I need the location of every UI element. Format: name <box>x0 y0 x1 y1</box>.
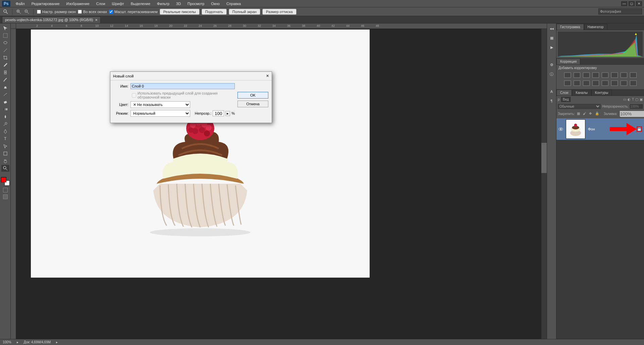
threshold-icon[interactable] <box>611 80 618 86</box>
window-close-button[interactable]: ✕ <box>636 1 642 6</box>
exposure-icon[interactable] <box>592 72 599 78</box>
opacity-flyout-button[interactable]: ▸ <box>225 111 230 116</box>
lock-image-icon[interactable]: 🖌 <box>583 112 588 116</box>
clone-stamp-tool[interactable] <box>1 84 9 91</box>
menu-filter[interactable]: Фильтр <box>154 1 173 7</box>
menu-edit[interactable]: Редактирование <box>28 1 63 7</box>
paragraph-panel-icon[interactable]: ¶ <box>549 98 555 104</box>
ok-button[interactable]: OK <box>237 92 268 99</box>
lock-position-icon[interactable]: ✥ <box>589 112 594 116</box>
type-tool[interactable]: T <box>1 135 9 142</box>
dodge-tool[interactable] <box>1 121 9 127</box>
tab-channels[interactable]: Каналы <box>572 90 591 96</box>
zoom-in-icon[interactable] <box>16 9 22 15</box>
window-maximize-button[interactable]: ◻ <box>629 1 635 6</box>
layer-lock-icon[interactable] <box>637 126 642 132</box>
layer-visibility-icon[interactable] <box>558 127 563 131</box>
layer-color-select[interactable]: ✕ Не показывать <box>130 101 190 108</box>
expand-dock-icon[interactable]: ◂◂ <box>549 25 555 32</box>
lock-transparency-icon[interactable]: ▦ <box>577 112 582 116</box>
color-lookup-icon[interactable] <box>583 80 590 86</box>
filter-adjust-icon[interactable]: ◐ <box>628 98 631 101</box>
screen-mode-toggle[interactable] <box>3 194 8 199</box>
close-icon[interactable]: ✕ <box>95 18 98 22</box>
vertical-scrollbar[interactable] <box>541 29 547 339</box>
brush-tool[interactable] <box>1 76 9 83</box>
dialog-close-button[interactable]: ✕ <box>266 74 269 78</box>
path-selection-tool[interactable] <box>1 143 9 150</box>
photo-filter-icon[interactable] <box>564 80 571 86</box>
layer-thumbnail[interactable] <box>566 119 585 139</box>
zoom-out-icon[interactable] <box>24 9 30 15</box>
search-input[interactable]: Фотография <box>598 8 642 14</box>
layer-name-input[interactable] <box>130 83 235 89</box>
chevron-right-icon[interactable]: ▸ <box>17 340 18 344</box>
black-white-icon[interactable] <box>630 72 637 78</box>
marquee-tool[interactable] <box>1 32 9 39</box>
properties-panel-icon[interactable]: ⚙ <box>549 62 555 68</box>
menu-file[interactable]: Файл <box>12 1 28 7</box>
color-balance-icon[interactable] <box>621 72 627 78</box>
menu-3d[interactable]: 3D <box>173 1 184 7</box>
menu-view[interactable]: Просмотр <box>184 1 208 7</box>
info-panel-icon[interactable]: ⓘ <box>549 71 555 77</box>
resize-windows-checkbox[interactable]: Настр. размер окон <box>37 10 76 14</box>
shape-tool[interactable] <box>1 150 9 157</box>
zoom-tool[interactable] <box>1 165 9 172</box>
menu-layers[interactable]: Слои <box>93 1 109 7</box>
pen-tool[interactable] <box>1 128 9 135</box>
layer-filter-kind[interactable]: Вид <box>561 97 571 102</box>
history-brush-tool[interactable] <box>1 91 9 98</box>
gradient-map-icon[interactable] <box>621 80 627 86</box>
opacity-input[interactable] <box>213 110 224 116</box>
menu-type[interactable]: Шрифт <box>109 1 127 7</box>
vibrance-icon[interactable] <box>602 72 608 78</box>
curves-icon[interactable] <box>583 72 590 78</box>
tab-layers[interactable]: Слои <box>556 90 572 96</box>
foreground-color-swatch[interactable] <box>1 177 6 182</box>
gradient-tool[interactable] <box>1 106 9 113</box>
posterize-icon[interactable] <box>602 80 608 86</box>
zoom-level[interactable]: 100% <box>3 340 11 344</box>
magic-wand-tool[interactable] <box>1 47 9 54</box>
print-size-button[interactable]: Размер оттиска <box>262 9 297 15</box>
tab-navigator[interactable]: Навигатор <box>584 24 607 30</box>
color-swatches[interactable] <box>1 177 10 186</box>
brightness-contrast-icon[interactable] <box>564 72 571 78</box>
layer-row-background[interactable]: Фон <box>556 118 644 140</box>
healing-brush-tool[interactable] <box>1 69 9 76</box>
menu-image[interactable]: Изображение <box>63 1 93 7</box>
chevron-right-icon[interactable]: ▸ <box>56 340 58 344</box>
filter-type-icon[interactable]: T <box>632 98 634 101</box>
move-tool[interactable] <box>1 25 9 32</box>
fit-screen-button[interactable]: Подогнать <box>202 9 227 15</box>
blur-tool[interactable] <box>1 113 9 120</box>
scrubby-zoom-checkbox[interactable]: Масшт. перетаскиванием <box>109 10 158 14</box>
filter-smart-icon[interactable]: ▣ <box>640 98 643 101</box>
menu-help[interactable]: Справка <box>223 1 244 7</box>
eyedropper-tool[interactable] <box>1 62 9 68</box>
invert-icon[interactable] <box>592 80 599 86</box>
channel-mixer-icon[interactable] <box>574 80 580 86</box>
lock-all-icon[interactable]: 🔒 <box>595 112 600 116</box>
character-panel-icon[interactable]: A <box>549 89 555 95</box>
hue-saturation-icon[interactable] <box>611 72 618 78</box>
actual-pixels-button[interactable]: Реальные пикселы <box>160 9 200 15</box>
blend-mode-select[interactable]: Нормальный <box>130 110 190 117</box>
crop-tool[interactable] <box>1 54 9 61</box>
filter-shape-icon[interactable]: ▢ <box>635 98 638 101</box>
document-tab[interactable]: pexels-vojtech-okenka-1055272.jpg @ 100%… <box>2 16 101 23</box>
tab-histogram[interactable]: Гистограмма <box>556 24 584 30</box>
hand-tool[interactable] <box>1 158 9 164</box>
full-screen-button[interactable]: Полный экран <box>229 9 260 15</box>
history-panel-icon[interactable]: ▦ <box>549 35 555 41</box>
levels-icon[interactable] <box>574 72 580 78</box>
menu-window[interactable]: Окно <box>208 1 223 7</box>
zoom-all-windows-checkbox[interactable]: Во всех окнах <box>78 10 107 14</box>
document-canvas[interactable] <box>31 30 370 278</box>
actions-panel-icon[interactable]: ▶ <box>549 44 555 50</box>
menu-select[interactable]: Выделение <box>127 1 154 7</box>
cancel-button[interactable]: Отмена <box>237 101 268 107</box>
lasso-tool[interactable] <box>1 40 9 46</box>
window-minimize-button[interactable]: — <box>621 1 627 6</box>
